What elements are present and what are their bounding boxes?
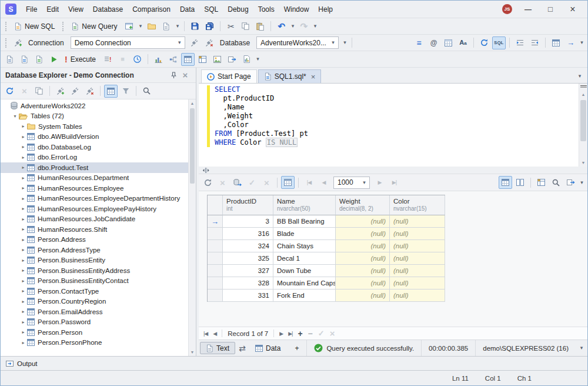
chevron-collapsed-icon[interactable]: ▸ bbox=[19, 175, 27, 181]
menu-tools[interactable]: Tools bbox=[253, 2, 279, 16]
row-indicator[interactable] bbox=[208, 265, 223, 277]
format-document-button[interactable]: ≡ bbox=[412, 36, 426, 49]
post-edit-button[interactable]: ✓ bbox=[318, 330, 325, 337]
chevron-down-icon[interactable]: ▾ bbox=[176, 40, 183, 45]
code-line[interactable]: WHERE Color IS NULL bbox=[215, 138, 308, 147]
indent-decrease-button[interactable] bbox=[528, 36, 542, 49]
validate-document-button[interactable] bbox=[32, 53, 46, 66]
rollback-changes-button[interactable]: × bbox=[260, 176, 273, 189]
results-toolbar-dropdown-icon[interactable]: ▾ bbox=[579, 180, 585, 185]
menu-database[interactable]: Database bbox=[88, 2, 128, 16]
grid-cell[interactable]: 316 bbox=[223, 228, 273, 240]
code-line[interactable]: SELECT bbox=[215, 85, 308, 94]
first-page-button[interactable]: |◀ bbox=[302, 176, 316, 189]
results-pivot-button[interactable] bbox=[196, 53, 209, 66]
editor-scrollbar-thumb[interactable] bbox=[580, 100, 586, 141]
grid-cell[interactable]: Mountain End Caps bbox=[273, 277, 336, 290]
row-indicator[interactable]: → bbox=[208, 215, 223, 228]
grid-cell[interactable]: (null) bbox=[336, 290, 390, 302]
row-indicator[interactable] bbox=[208, 240, 223, 252]
tree-item[interactable]: ▸Person.AddressType bbox=[1, 245, 188, 255]
grid-cell[interactable]: 325 bbox=[223, 252, 273, 265]
refresh-results-button[interactable] bbox=[201, 176, 215, 189]
grid-cell[interactable]: (null) bbox=[336, 240, 390, 252]
editor-scrollbar[interactable]: ▲ ▼ bbox=[579, 84, 587, 167]
tab-list-dropdown-icon[interactable]: ▾ bbox=[574, 71, 585, 79]
toolbar-grip[interactable] bbox=[62, 22, 65, 31]
new-sql-button[interactable]: New SQL bbox=[11, 21, 59, 32]
tree-item[interactable]: AdventureWorks2022 bbox=[1, 101, 188, 111]
open-recent-dropdown-icon[interactable]: ▾ bbox=[174, 24, 181, 29]
redo-dropdown-icon[interactable]: ▾ bbox=[312, 24, 318, 29]
execution-plan-button[interactable] bbox=[166, 53, 180, 66]
text-case-button[interactable]: Aa bbox=[456, 36, 470, 49]
navigate-to-button[interactable]: → bbox=[564, 36, 577, 49]
tree-item[interactable]: ▸HumanResources.Department bbox=[1, 173, 188, 184]
last-page-button[interactable]: ▶| bbox=[387, 176, 401, 189]
duplicate-connection-button[interactable] bbox=[32, 85, 46, 98]
undo-button[interactable]: ↶ bbox=[275, 20, 288, 33]
menu-help[interactable]: Help bbox=[313, 2, 338, 16]
chevron-collapsed-icon[interactable]: ▸ bbox=[19, 309, 27, 314]
export-data-button[interactable] bbox=[225, 53, 239, 66]
chevron-collapsed-icon[interactable]: ▸ bbox=[19, 330, 27, 335]
card-view-button[interactable] bbox=[513, 176, 527, 189]
grid-cell[interactable]: 328 bbox=[223, 277, 273, 290]
tree-item[interactable]: ▸Person.PersonPhone bbox=[1, 338, 188, 348]
column-header-weight[interactable]: Weightdecimal(8, 2) bbox=[336, 195, 390, 215]
user-avatar[interactable]: JS bbox=[502, 4, 512, 14]
grid-cell[interactable]: (null) bbox=[336, 228, 390, 240]
tree-item[interactable]: ▸Person.Person bbox=[1, 327, 188, 338]
results-grid-mode-button[interactable] bbox=[181, 53, 195, 66]
cut-button[interactable]: ✂ bbox=[224, 20, 238, 33]
edit-table-data-button[interactable] bbox=[3, 53, 16, 66]
append-record-button[interactable]: + bbox=[298, 330, 302, 338]
tree-item[interactable]: ▸HumanResources.Shift bbox=[1, 224, 188, 235]
menu-file[interactable]: File bbox=[21, 2, 42, 16]
execute-options-button[interactable]: ! bbox=[101, 53, 115, 66]
chevron-expanded-icon[interactable]: ▾ bbox=[11, 114, 19, 119]
chevron-down-icon[interactable]: ▾ bbox=[361, 180, 368, 185]
tree-item[interactable]: ▸Person.BusinessEntityAddress bbox=[1, 265, 188, 276]
stop-retrieval-button[interactable]: × bbox=[216, 176, 229, 189]
column-header-productid[interactable]: ProductIDint bbox=[223, 195, 273, 215]
tab-start-page[interactable]: Start Page bbox=[201, 69, 257, 83]
grid-cell[interactable]: Fork End bbox=[273, 290, 336, 302]
chevron-collapsed-icon[interactable]: ▸ bbox=[19, 124, 27, 129]
tab-text-view[interactable]: Text bbox=[200, 342, 235, 354]
results-splitter[interactable] bbox=[199, 167, 587, 174]
code-line[interactable]: ,Name bbox=[215, 103, 308, 112]
commit-changes-button[interactable]: ✓ bbox=[245, 176, 259, 189]
parse-query-button[interactable] bbox=[47, 53, 61, 66]
chevron-collapsed-icon[interactable]: ▸ bbox=[19, 227, 27, 232]
execute-toolbar-dropdown-icon[interactable]: ▾ bbox=[255, 56, 261, 62]
next-record-button[interactable]: ▶ bbox=[279, 331, 283, 337]
query-layout-button[interactable] bbox=[442, 36, 455, 49]
query-profiler-button[interactable] bbox=[152, 53, 165, 66]
chevron-collapsed-icon[interactable]: ▸ bbox=[19, 258, 27, 263]
chevron-collapsed-icon[interactable]: ▸ bbox=[19, 288, 27, 294]
grid-options-button[interactable] bbox=[549, 36, 563, 49]
chevron-collapsed-icon[interactable]: ▸ bbox=[19, 299, 27, 304]
menu-debug[interactable]: Debug bbox=[223, 2, 253, 16]
paste-button[interactable] bbox=[253, 20, 267, 33]
minimize-icon[interactable]: — bbox=[522, 5, 534, 14]
tree-item[interactable]: ▸Person.Password bbox=[1, 317, 188, 328]
grid-cell[interactable]: (null) bbox=[390, 215, 445, 228]
stop-refresh-button[interactable]: × bbox=[18, 85, 31, 98]
connection-wizard-button[interactable] bbox=[11, 36, 25, 49]
grid-cell[interactable]: (null) bbox=[390, 240, 445, 252]
close-tab-icon[interactable]: × bbox=[311, 73, 316, 81]
connect-db-button[interactable] bbox=[68, 85, 82, 98]
tree-item[interactable]: ▸Person.BusinessEntity bbox=[1, 255, 188, 266]
row-indicator[interactable] bbox=[208, 228, 223, 240]
new-connection-button[interactable] bbox=[203, 36, 216, 49]
chevron-collapsed-icon[interactable]: ▸ bbox=[19, 134, 27, 139]
editor-scroll-up-icon[interactable]: ▲ bbox=[579, 91, 587, 98]
close-panel-icon[interactable]: × bbox=[179, 71, 191, 79]
chevron-down-icon[interactable]: ▾ bbox=[330, 40, 336, 45]
script-document-button[interactable] bbox=[18, 53, 31, 66]
tree-item[interactable]: ▾Tables (72) bbox=[1, 111, 188, 122]
execute-button[interactable]: !Execute bbox=[62, 54, 100, 65]
scrollbar-thumb[interactable] bbox=[190, 108, 195, 184]
